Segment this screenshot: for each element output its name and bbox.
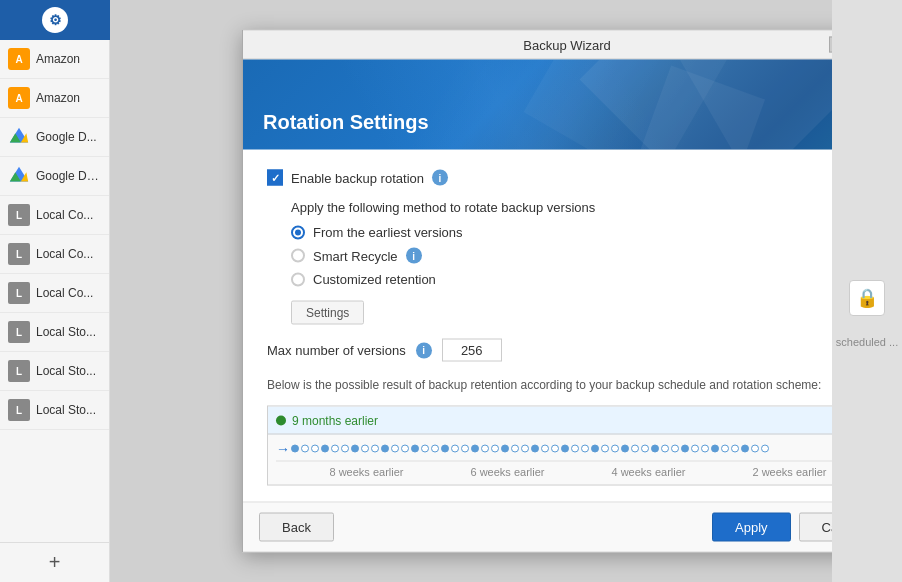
timeline-dot — [531, 445, 539, 453]
enable-backup-label: Enable backup rotation — [291, 170, 424, 185]
dialog-banner: Rotation Settings — [243, 60, 901, 150]
sidebar-item-localsto2[interactable]: LLocal Sto... — [0, 352, 109, 391]
backup-wizard-dialog: Backup Wizard — □ ✕ Rotation Settings En… — [242, 30, 902, 553]
timeline-dot — [751, 445, 759, 453]
sidebar-item-localsto3[interactable]: LLocal Sto... — [0, 391, 109, 430]
sidebar-label: Local Co... — [36, 247, 93, 261]
option-customized-retention[interactable]: Customized retention — [291, 272, 877, 287]
gdrive-icon — [8, 126, 30, 148]
amazon-icon: A — [8, 87, 30, 109]
back-button[interactable]: Back — [259, 513, 334, 542]
timeline-dot — [371, 445, 379, 453]
banner-title: Rotation Settings — [263, 111, 429, 134]
timeline-dot — [731, 445, 739, 453]
timeline-dot — [361, 445, 369, 453]
lock-icon[interactable]: 🔒 — [849, 280, 885, 316]
timeline-label-4w: 4 weeks earlier — [612, 466, 686, 478]
radio-smart-recycle[interactable] — [291, 249, 305, 263]
radio-customized-retention-label: Customized retention — [313, 272, 436, 287]
timeline-dot — [571, 445, 579, 453]
timeline-dot — [501, 445, 509, 453]
settings-button[interactable]: Settings — [291, 301, 364, 325]
timeline-header-label: 9 months earlier — [292, 413, 378, 427]
sidebar-label: Amazon — [36, 52, 80, 66]
timeline-dot — [451, 445, 459, 453]
timeline-dot — [551, 445, 559, 453]
radio-from-earliest-label: From the earliest versions — [313, 225, 463, 240]
timeline-dot — [581, 445, 589, 453]
timeline-labels: 8 weeks earlier 6 weeks earlier 4 weeks … — [276, 461, 868, 482]
sidebar-label: Local Co... — [36, 286, 93, 300]
sidebar-label: Google D... test — [36, 169, 101, 183]
timeline-dot — [381, 445, 389, 453]
max-versions-label: Max number of versions — [267, 343, 406, 358]
method-label: Apply the following method to rotate bac… — [291, 200, 877, 215]
max-versions-info-icon[interactable]: i — [416, 342, 432, 358]
timeline-dot — [741, 445, 749, 453]
sidebar-label: Local Co... — [36, 208, 93, 222]
enable-info-icon[interactable]: i — [432, 170, 448, 186]
add-button[interactable]: + — [0, 542, 109, 582]
retention-description: Below is the possible result of backup r… — [267, 376, 877, 394]
smart-recycle-info-icon[interactable]: i — [406, 248, 422, 264]
option-from-earliest[interactable]: From the earliest versions — [291, 225, 877, 240]
sidebar-item-localsto1[interactable]: LLocal Sto... — [0, 313, 109, 352]
timeline-dot — [641, 445, 649, 453]
timeline-header: 9 months earlier 📅 — [268, 407, 876, 435]
timeline-dot — [481, 445, 489, 453]
sidebar-item-local3[interactable]: LLocal Co... — [0, 274, 109, 313]
local-icon: L — [8, 399, 30, 421]
local-icon: L — [8, 321, 30, 343]
timeline-dot — [631, 445, 639, 453]
local-icon: L — [8, 243, 30, 265]
timeline-dot — [331, 445, 339, 453]
enable-backup-checkbox[interactable] — [267, 170, 283, 186]
right-panel: 🔒 scheduled ... — [832, 0, 902, 582]
timeline-dot — [511, 445, 519, 453]
sidebar-item-gdrive2[interactable]: Google D... test — [0, 157, 109, 196]
app-logo: ⚙ — [42, 7, 68, 33]
main-area: Backup Wizard — □ ✕ Rotation Settings En… — [110, 0, 902, 582]
logo-text: ⚙ — [49, 12, 62, 28]
timeline-dot — [351, 445, 359, 453]
sidebar-item-local1[interactable]: LLocal Co... — [0, 196, 109, 235]
timeline-dot — [311, 445, 319, 453]
option-smart-recycle[interactable]: Smart Recycle i — [291, 248, 877, 264]
timeline-dot — [301, 445, 309, 453]
timeline-dot — [461, 445, 469, 453]
timeline-line: → → — [276, 441, 868, 457]
timeline-label-6w: 6 weeks earlier — [471, 466, 545, 478]
sidebar-item-amazon2[interactable]: AAmazon — [0, 79, 109, 118]
timeline-dots — [291, 445, 853, 453]
radio-smart-recycle-label: Smart Recycle — [313, 248, 398, 263]
sidebar-item-amazon1[interactable]: AAmazon — [0, 40, 109, 79]
radio-customized-retention[interactable] — [291, 272, 305, 286]
timeline-dot — [671, 445, 679, 453]
max-versions-input[interactable] — [442, 339, 502, 362]
timeline-start-dot — [276, 415, 286, 425]
plus-icon: + — [49, 551, 61, 574]
timeline-dot — [471, 445, 479, 453]
sidebar-label: Local Sto... — [36, 403, 96, 417]
timeline-dot — [441, 445, 449, 453]
timeline-dot — [601, 445, 609, 453]
timeline-dot — [621, 445, 629, 453]
enable-backup-row: Enable backup rotation i — [267, 170, 877, 186]
local-icon: L — [8, 282, 30, 304]
gdrive-icon — [8, 165, 30, 187]
sidebar-item-gdrive1[interactable]: Google D... — [0, 118, 109, 157]
timeline-dot — [691, 445, 699, 453]
radio-from-earliest[interactable] — [291, 225, 305, 239]
timeline-dot — [421, 445, 429, 453]
timeline-dot — [721, 445, 729, 453]
apply-button[interactable]: Apply — [712, 513, 791, 542]
timeline-dot — [541, 445, 549, 453]
timeline-dot — [491, 445, 499, 453]
timeline-dot — [661, 445, 669, 453]
timeline-dot — [681, 445, 689, 453]
max-versions-row: Max number of versions i — [267, 339, 877, 362]
timeline-container: 9 months earlier 📅 → → 8 weeks earlier 6… — [267, 406, 877, 486]
dialog-title: Backup Wizard — [305, 37, 829, 52]
timeline-dot — [431, 445, 439, 453]
sidebar-item-local2[interactable]: LLocal Co... — [0, 235, 109, 274]
